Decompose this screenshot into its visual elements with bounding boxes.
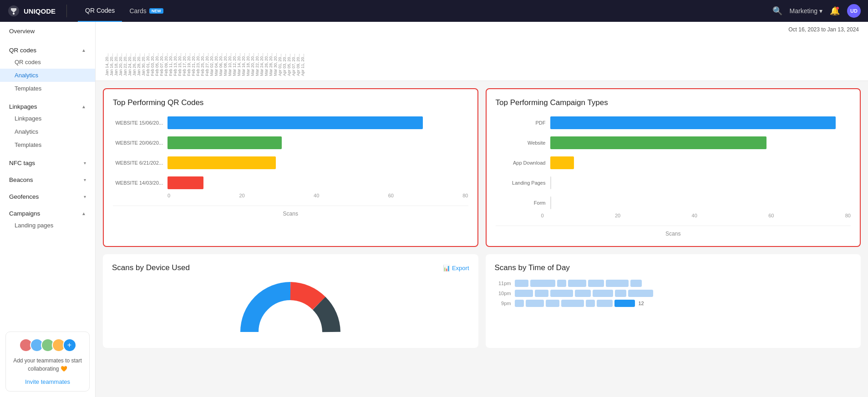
top-qr-codes-card: Top Performing QR Codes WEBSITE 15/06/20… — [103, 88, 478, 247]
tod-bar — [586, 300, 595, 307]
sidebar-group-beacons[interactable]: Beacons ▾ — [0, 172, 95, 185]
chevron-up-icon: ▲ — [81, 48, 86, 53]
caxis-40: 40 — [692, 213, 697, 218]
tod-bar — [593, 290, 613, 297]
sidebar-item-linkpages-analytics[interactable]: Analytics — [0, 125, 95, 138]
campaign-bar-label-4: Landing Pages — [496, 180, 546, 186]
date-label: Feb 21, 20... — [191, 30, 196, 76]
date-label: Mar 26, 20... — [264, 30, 269, 76]
cards-badge: NEW — [149, 8, 163, 14]
top-qr-codes-chart: WEBSITE 15/06/20... WEBSITE 20/06/20... … — [113, 116, 468, 189]
tab-cards[interactable]: Cards NEW — [122, 0, 170, 22]
workspace-selector[interactable]: Marketing ▾ — [790, 7, 822, 15]
axis-60: 60 — [388, 193, 394, 198]
date-label: Mar 04, 20... — [214, 30, 218, 76]
date-label: Mar 14, 20... — [237, 30, 241, 76]
campaign-axis: 0 20 40 60 80 — [496, 213, 851, 218]
sidebar-item-templates[interactable]: Templates — [0, 82, 95, 95]
avatar[interactable]: UD — [847, 4, 861, 18]
qr-axis: 0 20 40 60 80 — [113, 193, 468, 198]
analytics-label: Analytics — [15, 72, 38, 79]
donut-chart — [112, 280, 469, 339]
date-label: Feb 13, 20... — [173, 30, 178, 76]
teammates-box: + Add your teammates to start collaborat… — [5, 332, 90, 392]
top-campaign-types-card: Top Performing Campaign Types PDF Websit… — [486, 88, 861, 247]
templates-label: Templates — [15, 85, 41, 92]
notifications-bell-icon[interactable]: 🔔 — [830, 6, 840, 16]
search-icon[interactable]: 🔍 — [772, 6, 782, 16]
bar-track-2 — [168, 136, 468, 149]
bar-track-3 — [168, 156, 468, 169]
date-label: Jan 24, 20... — [127, 30, 132, 76]
sidebar-item-linkpages-templates[interactable]: Templates — [0, 138, 95, 151]
sidebar-group-geofences[interactable]: Geofences ▾ — [0, 189, 95, 202]
date-label: Jan 22, 20... — [123, 30, 127, 76]
tod-bar — [561, 300, 584, 307]
campaign-bar-label-5: Form — [496, 200, 546, 206]
date-label: Jan 26, 20... — [132, 30, 137, 76]
campaign-bar-fill-1 — [550, 116, 836, 129]
top-qr-codes-title: Top Performing QR Codes — [113, 98, 468, 107]
date-label: Mar 30, 20... — [273, 30, 278, 76]
invite-teammates-button[interactable]: Invite teammates — [25, 378, 70, 385]
date-label: Mar 08, 20... — [223, 30, 228, 76]
tod-row-10pm: 10pm — [495, 290, 852, 297]
sidebar-group-qrcodes[interactable]: QR codes ▲ — [0, 42, 95, 55]
donut-svg — [240, 280, 340, 339]
topnav: UNIQODE QR Codes Cards NEW 🔍 Marketing ▾… — [0, 0, 868, 22]
overview-label: Overview — [9, 28, 86, 35]
sidebar-item-qrcodes[interactable]: QR codes — [0, 55, 95, 69]
logo-text: UNIQODE — [24, 7, 56, 15]
date-label: Feb 05, 20... — [155, 30, 159, 76]
tod-bar — [588, 280, 604, 287]
top-charts-row: Top Performing QR Codes WEBSITE 15/06/20… — [96, 81, 868, 254]
export-icon: 📊 — [443, 265, 450, 271]
date-label: Jan 30, 20... — [141, 30, 146, 76]
sidebar-group-nfc[interactable]: NFC tags ▾ — [0, 155, 95, 168]
axis-20: 20 — [239, 193, 244, 198]
tod-bars-9pm: 12 — [515, 300, 852, 307]
sidebar-item-analytics[interactable]: Analytics — [0, 69, 95, 82]
tab-qr-codes[interactable]: QR Codes — [78, 0, 122, 22]
tab-cards-label: Cards — [129, 7, 146, 15]
sidebar-beacons-section: Beacons ▾ — [0, 170, 95, 187]
campaign-bar-label-1: PDF — [496, 120, 546, 126]
bar-label-1: WEBSITE 15/06/20... — [113, 120, 163, 126]
sidebar-group-campaigns[interactable]: Campaigns ▲ — [0, 206, 95, 219]
logo: UNIQODE — [7, 5, 56, 17]
tod-bar — [557, 280, 566, 287]
qrcodes-group-label: QR codes — [9, 47, 36, 54]
bar-fill-2 — [168, 136, 282, 149]
campaign-bar-track-3 — [550, 156, 851, 169]
nav-divider — [66, 5, 67, 17]
campaign-chart-footer: Scans — [496, 226, 851, 237]
sidebar-group-linkpages[interactable]: Linkpages ▲ — [0, 99, 95, 112]
export-button[interactable]: 📊 Export — [443, 265, 469, 271]
campaign-bar-row-2: Website — [496, 136, 851, 149]
date-label: Mar 02, 20... — [209, 30, 214, 76]
date-label: Feb 27, 20... — [205, 30, 209, 76]
date-label: Apr 01, 20... — [278, 30, 282, 76]
tod-bar — [568, 280, 586, 287]
date-label: Feb 09, 20... — [164, 30, 168, 76]
tod-row-11pm: 11pm — [495, 280, 852, 287]
date-label: Mar 28, 20... — [269, 30, 273, 76]
bar-track-4 — [168, 176, 468, 189]
add-teammate-button[interactable]: + — [63, 338, 76, 352]
sidebar-item-overview[interactable]: Overview — [0, 24, 95, 39]
qrcodes-label: QR codes — [15, 59, 41, 65]
svg-point-1 — [13, 13, 15, 15]
bar-label-3: WEBSITE 6/21/202... — [113, 160, 163, 166]
bar-fill-1 — [168, 116, 423, 129]
qr-chart-footer: Scans — [113, 206, 468, 217]
bar-label-4: WEBSITE 14/03/20... — [113, 180, 163, 186]
beacons-group-label: Beacons — [9, 176, 33, 183]
scans-by-tod-title: Scans by Time of Day — [495, 263, 570, 272]
tod-bar — [615, 290, 626, 297]
date-label: Feb 11, 20... — [168, 30, 173, 76]
campaign-bar-label-2: Website — [496, 140, 546, 146]
sidebar-item-landing-pages[interactable]: Landing pages — [0, 219, 95, 232]
geofences-group-label: Geofences — [9, 193, 39, 200]
sidebar-item-linkpages[interactable]: Linkpages — [0, 112, 95, 125]
date-label: Mar 24, 20... — [259, 30, 264, 76]
